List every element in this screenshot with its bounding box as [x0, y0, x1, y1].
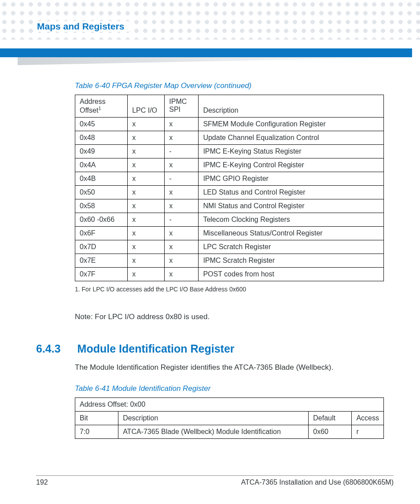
cell-spi: x	[165, 199, 199, 213]
cell-spi: x	[165, 158, 199, 172]
cell-desc: POST codes from host	[199, 268, 384, 281]
col-desc: Description	[118, 412, 309, 425]
cell-spi: x	[165, 227, 199, 240]
table-row: 0x60 -0x66x-Telecom Clocking Registers	[75, 213, 384, 227]
cell-lpc: x	[128, 213, 165, 227]
cell-addr: 0x6F	[75, 227, 128, 240]
breadcrumb: Maps and Registers	[37, 21, 129, 32]
cell-spi: x	[165, 186, 199, 199]
cell-addr: 0x60 -0x66	[75, 213, 128, 227]
cell-desc: Update Channel Equalization Control	[199, 131, 384, 145]
table-row: 0x4Bx-IPMC GPIO Register	[75, 172, 384, 186]
cell-addr: 0x50	[75, 186, 128, 199]
cell-desc: Telecom Clocking Registers	[199, 213, 384, 227]
table-row: Bit Description Default Access	[75, 412, 384, 425]
cell-access: r	[352, 425, 384, 439]
table-row: 0x4AxxIPMC E-Keying Control Register	[75, 158, 384, 172]
cell-default: 0x60	[309, 425, 352, 439]
cell-lpc: x	[128, 227, 165, 240]
section-heading: 6.4.3 Module Identification Register	[36, 342, 384, 355]
col-address-line1: Address	[80, 98, 106, 105]
table-row: 0x50xxLED Status and Control Register	[75, 186, 384, 199]
cell-addr: 0x45	[75, 118, 128, 131]
cell-spi: x	[165, 131, 199, 145]
cell-spi: -	[165, 145, 199, 158]
page-footer: 192 ATCA-7365 Installation and Use (6806…	[36, 475, 394, 486]
table-caption-2: Table 6-41 Module Identification Registe…	[75, 384, 384, 393]
cell-lpc: x	[128, 131, 165, 145]
decorative-dots	[0, 0, 420, 40]
table-row: 0x7ExxIPMC Scratch Register	[75, 254, 384, 268]
col-ipmc-spi: IPMC SPI	[165, 95, 199, 118]
table-row: 0x58xxNMI Status and Control Register	[75, 199, 384, 213]
cell-spi: -	[165, 172, 199, 186]
cell-lpc: x	[128, 240, 165, 254]
table-header-row: Address Offset1 LPC I/O IPMC SPI Descrip…	[75, 95, 384, 118]
cell-addr: 0x7D	[75, 240, 128, 254]
register-map-table: Address Offset1 LPC I/O IPMC SPI Descrip…	[75, 95, 384, 281]
cell-desc: Miscellaneous Status/Control Register	[199, 227, 384, 240]
cell-addr: 0x48	[75, 131, 128, 145]
cell-desc: IPMC GPIO Register	[199, 172, 384, 186]
cell-desc: LPC Scratch Register	[199, 240, 384, 254]
table-caption: Table 6-40 FPGA Register Map Overview (c…	[75, 81, 384, 90]
cell-lpc: x	[128, 254, 165, 268]
cell-desc: IPMC E-Keying Control Register	[199, 158, 384, 172]
col-lpc-io: LPC I/O	[128, 95, 165, 118]
note-text: Note: For LPC I/O address 0x80 is used.	[75, 313, 384, 321]
col-address-offset: Address Offset1	[75, 95, 128, 118]
col-bit: Bit	[75, 412, 118, 425]
col-ipmc-line1: IPMC	[169, 98, 187, 105]
col-default: Default	[309, 412, 352, 425]
cell-desc: ATCA-7365 Blade (Wellbeck) Module Identi…	[118, 425, 309, 439]
header-wedge	[0, 57, 412, 66]
cell-bit: 7:0	[75, 425, 118, 439]
cell-addr: 0x7E	[75, 254, 128, 268]
cell-addr: 0x7F	[75, 268, 128, 281]
cell-lpc: x	[128, 118, 165, 131]
cell-lpc: x	[128, 199, 165, 213]
doc-title: ATCA-7365 Installation and Use (6806800K…	[241, 478, 394, 486]
cell-lpc: x	[128, 172, 165, 186]
table-row: 7:0 ATCA-7365 Blade (Wellbeck) Module Id…	[75, 425, 384, 439]
table-row: Address Offset: 0x00	[75, 398, 384, 412]
cell-spi: x	[165, 254, 199, 268]
cell-addr: 0x58	[75, 199, 128, 213]
cell-spi: x	[165, 118, 199, 131]
cell-desc: IPMC E-Keying Status Register	[199, 145, 384, 158]
section-number: 6.4.3	[36, 342, 61, 355]
cell-addr: 0x4B	[75, 172, 128, 186]
section-description: The Module Identification Register ident…	[75, 363, 384, 372]
table-footnote: 1. For LPC I/O accesses add the LPC I/O …	[75, 286, 384, 293]
col-address-line2: Offset	[80, 107, 98, 114]
cell-desc: NMI Status and Control Register	[199, 199, 384, 213]
cell-desc: SFMEM Module Configuration Register	[199, 118, 384, 131]
cell-lpc: x	[128, 268, 165, 281]
cell-spi: x	[165, 240, 199, 254]
cell-addr: 0x49	[75, 145, 128, 158]
col-description: Description	[199, 95, 384, 118]
cell-addr: 0x4A	[75, 158, 128, 172]
table-row: 0x49x-IPMC E-Keying Status Register	[75, 145, 384, 158]
table-row: 0x48xxUpdate Channel Equalization Contro…	[75, 131, 384, 145]
table-row: 0x45xxSFMEM Module Configuration Registe…	[75, 118, 384, 131]
table-row: 0x7DxxLPC Scratch Register	[75, 240, 384, 254]
cell-lpc: x	[128, 158, 165, 172]
cell-desc: IPMC Scratch Register	[199, 254, 384, 268]
col-address-sup: 1	[98, 106, 101, 111]
header-bar	[0, 48, 412, 57]
table-row: 0x7FxxPOST codes from host	[75, 268, 384, 281]
cell-desc: LED Status and Control Register	[199, 186, 384, 199]
cell-lpc: x	[128, 145, 165, 158]
address-offset-cell: Address Offset: 0x00	[75, 398, 384, 412]
module-id-table: Address Offset: 0x00 Bit Description Def…	[75, 397, 384, 439]
page-number: 192	[36, 478, 48, 486]
col-access: Access	[352, 412, 384, 425]
table-row: 0x6FxxMiscellaneous Status/Control Regis…	[75, 227, 384, 240]
cell-spi: x	[165, 268, 199, 281]
cell-spi: -	[165, 213, 199, 227]
cell-lpc: x	[128, 186, 165, 199]
col-ipmc-line2: SPI	[169, 106, 181, 113]
section-title: Module Identification Register	[77, 342, 235, 355]
